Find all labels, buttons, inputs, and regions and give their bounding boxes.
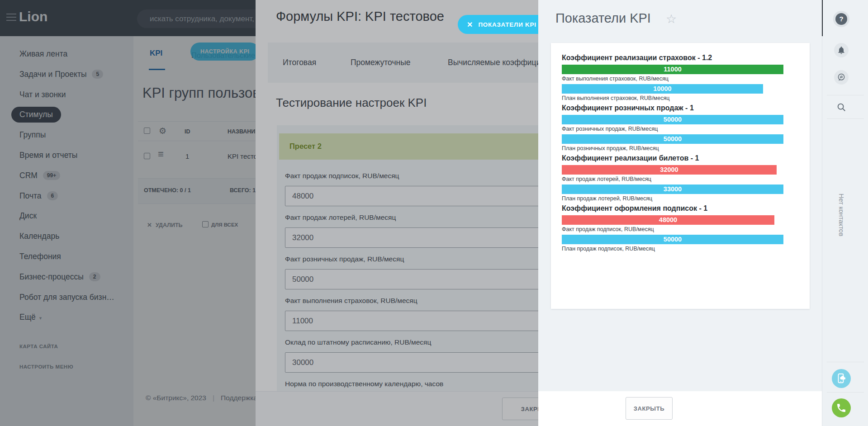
- notifications-button[interactable]: [834, 43, 849, 57]
- mobile-app-button[interactable]: [832, 369, 851, 388]
- no-contacts-label: Нет контактов: [838, 194, 845, 237]
- chat-icon: [837, 73, 846, 82]
- search-icon[interactable]: [836, 102, 846, 112]
- kpi-group-title: Коэффициент реализации билетов - 1: [562, 154, 810, 162]
- toolbar-divider: [827, 95, 864, 95]
- kpi-bar-label: Факт выполнения страховок, RUB/месяц: [562, 76, 810, 82]
- kpi-indicators-toggle-button[interactable]: ✕ ПОКАЗАТЕЛИ KPI: [458, 15, 548, 34]
- kpi-bar-label: Факт продаж лотерей, RUB/месяц: [562, 176, 810, 182]
- kpi-bar: 11000: [562, 65, 783, 74]
- kpi-group-title: Коэффициент розничных продаж - 1: [562, 104, 810, 112]
- kpi-bar-label: Факт розничных продаж, RUB/месяц: [562, 126, 810, 132]
- kpi-bar-label: План выполнения страховок, RUB/месяц: [562, 95, 810, 101]
- toolbar-divider: [827, 392, 864, 393]
- phone-icon: [836, 402, 847, 413]
- kpi-bar: 48000: [562, 215, 774, 225]
- kpi-bar: 50000: [562, 115, 783, 124]
- kpi-bar-label: План розничных продаж, RUB/месяц: [562, 145, 810, 151]
- indicators-card: Коэффициент реализации страховок - 1.211…: [551, 43, 810, 309]
- close-indicators-button[interactable]: ЗАКРЫТЬ: [626, 397, 673, 420]
- messenger-button[interactable]: [834, 70, 849, 85]
- phone-cloud-icon: [835, 373, 847, 384]
- indicators-footer: ЗАКРЫТЬ: [538, 391, 822, 426]
- kpi-bar-label: План продаж лотерей, RUB/месяц: [562, 195, 810, 202]
- right-toolbar: ? Нет контактов: [822, 0, 868, 426]
- kpi-bar: 50000: [562, 235, 783, 244]
- kpi-bar: 50000: [562, 134, 783, 144]
- app-root: Lion искать сотрудника, документ, прочее…: [0, 0, 868, 426]
- toolbar-divider: [827, 118, 864, 119]
- kpi-bar: 32000: [562, 165, 777, 175]
- kpi-group-title: Коэффициент оформления подписок - 1: [562, 204, 810, 213]
- bell-icon: [837, 46, 846, 55]
- kpi-bar: 10000: [562, 84, 763, 94]
- help-icon: ?: [835, 13, 847, 25]
- kpi-bar-label: Факт продаж подписок, RUB/месяц: [562, 226, 810, 232]
- favorite-star-icon[interactable]: ☆: [666, 12, 677, 26]
- toolbar-top-edge: [822, 0, 823, 36]
- kpi-bar-label: План продаж подписок, RUB/месяц: [562, 246, 810, 252]
- indicators-title: Показатели KPI: [555, 11, 651, 26]
- close-icon: ✕: [467, 20, 473, 29]
- kpi-group-title: Коэффициент реализации страховок - 1.2: [562, 54, 810, 62]
- kpi-indicators-panel: Показатели KPI ☆ Коэффициент реализации …: [538, 0, 822, 426]
- toolbar-divider: [827, 362, 864, 362]
- kpi-bar: 33000: [562, 185, 783, 194]
- help-button[interactable]: ?: [833, 11, 849, 27]
- call-button[interactable]: [832, 398, 851, 417]
